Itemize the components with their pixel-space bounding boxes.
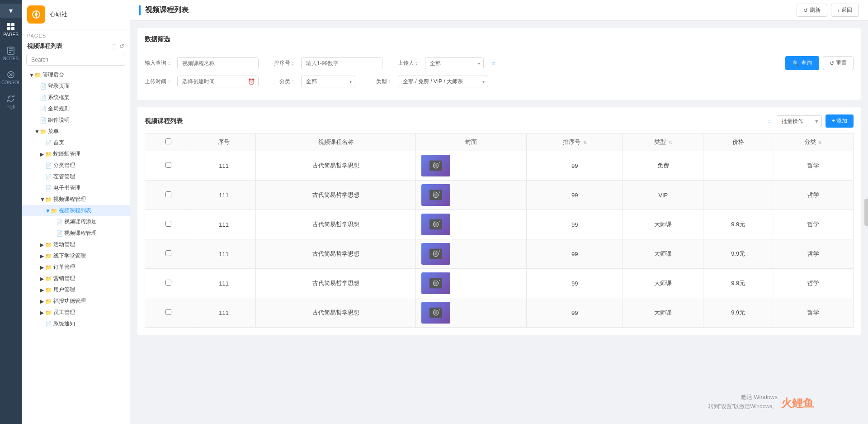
- svg-rect-38: [434, 280, 436, 281]
- reset-button[interactable]: ↺ 重置: [823, 56, 854, 70]
- cell-checkbox[interactable]: [145, 151, 192, 181]
- tree-item-offline[interactable]: ▶ 📁 线下学堂管理: [22, 250, 130, 262]
- add-button[interactable]: + 添加: [826, 114, 854, 128]
- search-icon: 🔍: [793, 60, 799, 67]
- select-all-checkbox[interactable]: [165, 138, 171, 144]
- cell-checkbox[interactable]: [145, 269, 192, 298]
- sidebar-tree: ▼ 📁 管理后台 📄 登录页面 📄 系统框架 📄 全局规则 📄 组件说明 ▼ 📁: [22, 69, 130, 424]
- cell-checkbox[interactable]: [145, 210, 192, 239]
- search-input[interactable]: [26, 54, 125, 66]
- order-input[interactable]: [301, 57, 382, 69]
- type-select[interactable]: 全部 / 免费 / VIP / 大师课: [398, 76, 488, 87]
- col-category[interactable]: 分类 ⇅: [773, 133, 854, 151]
- tree-item-video-add[interactable]: 📄 视频课程添加: [22, 216, 130, 228]
- tree-item-video-course-mgmt[interactable]: ▼ 📁 视频课程管理: [22, 194, 130, 205]
- folder-icon: 📁: [45, 242, 52, 248]
- sort-icon: ⇅: [818, 140, 822, 145]
- page-icon: 📄: [40, 117, 46, 124]
- tree-item-user[interactable]: ▶ 📁 用户管理: [22, 284, 130, 295]
- tree-item-ebook[interactable]: 📄 电子书管理: [22, 182, 130, 194]
- folder-icon: 📁: [51, 208, 57, 214]
- uploader-select[interactable]: 全部: [425, 57, 484, 69]
- tree-item-order[interactable]: ▶ 📁 订单管理: [22, 262, 130, 273]
- row-checkbox[interactable]: [165, 250, 171, 256]
- tree-item-video-course-list[interactable]: ▼ 📁 视频课程列表: [22, 205, 130, 216]
- svg-rect-2: [7, 27, 10, 30]
- cell-seq: 111: [192, 298, 255, 328]
- reset-icon: ↺: [830, 60, 834, 67]
- tree-item-welfare[interactable]: ▶ 📁 福报功德管理: [22, 295, 130, 307]
- query-button[interactable]: 🔍 查询: [785, 56, 819, 70]
- row-checkbox[interactable]: [165, 162, 171, 168]
- cell-category: 哲学: [773, 239, 854, 269]
- tree-item-activity[interactable]: ▶ 📁 活动管理: [22, 239, 130, 250]
- cell-checkbox[interactable]: [145, 239, 192, 269]
- page-icon: 📄: [45, 185, 52, 191]
- cell-order: 99: [527, 298, 623, 328]
- back-button[interactable]: ‹ 返回: [831, 4, 859, 17]
- cell-checkbox[interactable]: [145, 298, 192, 328]
- sidebar-item-console[interactable]: CONSOL: [0, 66, 22, 90]
- cell-type: 大师课: [623, 239, 703, 269]
- col-type[interactable]: 类型 ⇅: [623, 133, 703, 151]
- tree-item-menu[interactable]: ▼ 📁 菜单: [22, 126, 130, 137]
- table-title: 视频课程列表: [145, 117, 183, 125]
- refresh-icon[interactable]: ↺: [119, 43, 124, 50]
- sort-icon: ⇅: [669, 140, 672, 145]
- export-icon[interactable]: ⬚: [111, 43, 117, 50]
- cell-cover: [416, 151, 527, 181]
- col-checkbox: [145, 133, 192, 151]
- tree-item-admin-backend[interactable]: ▼ 📁 管理后台: [22, 69, 130, 81]
- uploader-list-icon[interactable]: ≡: [492, 60, 495, 67]
- sidebar-item-notes[interactable]: NOTES: [0, 42, 22, 66]
- col-order[interactable]: 排序号 ⇅: [527, 133, 623, 151]
- row-checkbox[interactable]: [165, 280, 171, 286]
- upload-time-input[interactable]: [177, 76, 259, 87]
- cell-order: 99: [527, 151, 623, 181]
- folder-icon: 📁: [45, 151, 52, 157]
- row-checkbox[interactable]: [165, 309, 171, 315]
- batch-select[interactable]: 批量操作: [777, 115, 822, 127]
- tree-item-video-manage[interactable]: 📄 视频课程管理: [22, 228, 130, 239]
- table-list-icon[interactable]: ≡: [768, 118, 771, 124]
- query-input[interactable]: [177, 57, 259, 69]
- cell-checkbox[interactable]: [145, 181, 192, 210]
- sidebar-item-sync[interactable]: 同步: [0, 90, 22, 115]
- tree-item-global-rules[interactable]: 📄 全局规则: [22, 103, 130, 114]
- cell-price: 9.9元: [703, 210, 773, 239]
- tree-item-category-mgmt[interactable]: 📄 分类管理: [22, 160, 130, 171]
- cell-category: 哲学: [773, 151, 854, 181]
- tree-item-component-desc[interactable]: 📄 组件说明: [22, 114, 130, 126]
- svg-point-29: [439, 221, 440, 222]
- page-icon: 📄: [45, 174, 52, 180]
- sidebar-item-pages[interactable]: PAGES: [0, 18, 22, 42]
- sort-icon: ⇅: [583, 140, 587, 145]
- tree-item-spider[interactable]: ▶ 📁 蛇缰蛞管理: [22, 148, 130, 160]
- table-row: 111 古代简易哲学思想 99 大师课 9.9元 哲学: [145, 269, 854, 298]
- svg-point-22: [434, 194, 438, 197]
- refresh-button[interactable]: ↺ 刷新: [797, 4, 827, 17]
- sidebar-title-icons[interactable]: ⬚ ↺: [111, 43, 124, 50]
- category-select[interactable]: 全部: [301, 76, 355, 87]
- tree-item-staff[interactable]: ▶ 📁 员工管理: [22, 307, 130, 318]
- svg-point-12: [35, 13, 38, 16]
- tree-item-home[interactable]: 📄 首页: [22, 137, 130, 148]
- table-row: 111 古代简易哲学思想 99 大师课 9.9元 哲学: [145, 210, 854, 239]
- tree-item-sysnotice[interactable]: 📄 系统通知: [22, 318, 130, 329]
- tree-item-system[interactable]: 📄 系统框架: [22, 92, 130, 103]
- cell-price: 9.9元: [703, 298, 773, 328]
- tree-item-marketing[interactable]: ▶ 📁 营销管理: [22, 273, 130, 284]
- resize-handle[interactable]: [864, 199, 868, 226]
- row-checkbox[interactable]: [165, 221, 171, 227]
- cell-name: 古代简易哲学思想: [255, 151, 416, 181]
- course-thumbnail: [421, 243, 450, 265]
- tree-item-shed[interactable]: 📄 茬管管理: [22, 171, 130, 182]
- type-select-wrapper: 全部 / 免费 / VIP / 大师课: [398, 76, 488, 87]
- query-label: 输入查询：: [145, 59, 172, 67]
- svg-rect-1: [11, 23, 14, 26]
- tree-item-login[interactable]: 📄 登录页面: [22, 81, 130, 92]
- cell-order: 99: [527, 181, 623, 210]
- row-checkbox[interactable]: [165, 191, 171, 197]
- course-thumbnail: [421, 302, 450, 324]
- cell-name: 古代简易哲学思想: [255, 298, 416, 328]
